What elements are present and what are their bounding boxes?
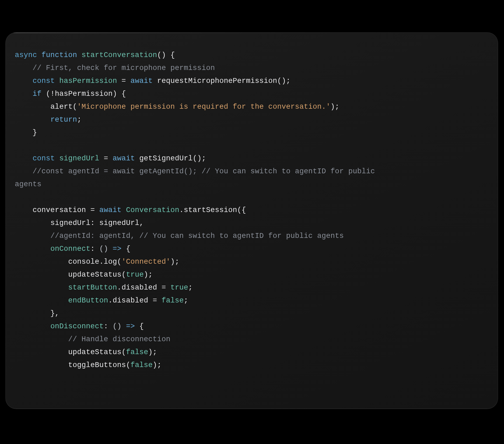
code-token: 'Microphone permission is required for t… xyxy=(77,103,330,111)
code-token: ( xyxy=(121,270,126,279)
code-token: ) { xyxy=(113,90,126,98)
code-token: startConversation xyxy=(82,51,157,59)
code-line: onConnect: () => { xyxy=(15,245,130,253)
code-line: return; xyxy=(15,115,82,124)
code-token: startButton xyxy=(68,283,117,292)
code-token: { xyxy=(135,322,144,330)
code-token: . xyxy=(117,283,122,292)
code-token: updateStatus xyxy=(68,348,121,356)
code-token: ( xyxy=(73,103,77,111)
code-token: : xyxy=(104,322,113,330)
code-token: ); xyxy=(144,270,153,279)
code-block: async function startConversation() { // … xyxy=(15,49,489,372)
code-token: return xyxy=(50,115,77,124)
code-token: . xyxy=(99,258,104,266)
code-token: : xyxy=(90,219,99,227)
code-line: }, xyxy=(15,309,59,318)
code-token: // First, check for microphone permissio… xyxy=(33,64,215,72)
code-token: Conversation xyxy=(126,206,179,214)
code-token: ; xyxy=(184,296,188,305)
code-line: // First, check for microphone permissio… xyxy=(15,64,215,72)
code-token: () xyxy=(157,51,166,59)
code-token: false xyxy=(126,348,148,356)
code-token: (! xyxy=(46,90,55,98)
code-token: ); xyxy=(148,348,157,356)
code-token: await xyxy=(99,206,126,214)
code-token: signedUrl xyxy=(59,154,99,163)
code-token: : xyxy=(90,245,99,253)
code-line: // Handle disconnection xyxy=(15,335,170,343)
code-token: = xyxy=(86,206,99,214)
code-token: }, xyxy=(50,309,59,318)
code-line: const signedUrl = await getSignedUrl(); xyxy=(15,154,206,163)
code-token: if xyxy=(33,90,46,98)
code-token: signedUrl xyxy=(99,219,139,227)
code-token: ); xyxy=(153,361,162,369)
code-token: true xyxy=(170,283,188,292)
code-line: onDisconnect: () => { xyxy=(15,322,144,330)
code-token: // Handle disconnection xyxy=(68,335,170,343)
code-token: { xyxy=(166,51,175,59)
code-token: conversation xyxy=(33,206,86,214)
code-token: ({ xyxy=(237,206,246,214)
code-token: => xyxy=(126,322,135,330)
code-token: console xyxy=(68,258,99,266)
code-token: . xyxy=(179,206,184,214)
code-line: if (!hasPermission) { xyxy=(15,90,126,98)
code-token xyxy=(121,322,126,330)
code-token: hasPermission xyxy=(59,77,117,85)
code-token: log xyxy=(104,258,117,266)
code-line: } xyxy=(15,128,37,137)
code-token: alert xyxy=(50,103,73,111)
code-line: endButton.disabled = false; xyxy=(15,296,188,305)
code-token: { xyxy=(121,245,130,253)
code-token: toggleButtons xyxy=(68,361,126,369)
code-token: 'Connected' xyxy=(121,258,170,266)
code-token: //const agentId = await getAgentId(); //… xyxy=(33,167,379,175)
code-token: ; xyxy=(77,115,82,124)
code-line: agents xyxy=(15,180,41,188)
code-token: = xyxy=(99,154,113,163)
code-token: false xyxy=(130,361,153,369)
code-token: await xyxy=(130,77,157,85)
code-line: updateStatus(false); xyxy=(15,348,157,356)
code-line: conversation = await Conversation.startS… xyxy=(15,206,246,214)
code-token: const xyxy=(33,77,59,85)
code-token: . xyxy=(108,296,113,305)
code-token: getSignedUrl xyxy=(139,154,192,163)
code-token: ( xyxy=(121,348,126,356)
code-token: (); xyxy=(277,77,290,85)
code-token: //agentId: agentId, // You can switch to… xyxy=(50,232,344,240)
code-token: => xyxy=(113,245,121,253)
code-token: endButton xyxy=(68,296,108,305)
code-token: function xyxy=(41,51,82,59)
code-token: startSession xyxy=(184,206,237,214)
code-line: startButton.disabled = true; xyxy=(15,283,193,292)
code-token: ( xyxy=(117,258,122,266)
code-token: = xyxy=(117,77,131,85)
code-line: const hasPermission = await requestMicro… xyxy=(15,77,290,85)
code-line: console.log('Connected'); xyxy=(15,258,179,266)
code-token: } xyxy=(33,128,37,137)
code-token: disabled xyxy=(113,296,148,305)
code-token: hasPermission xyxy=(55,90,113,98)
code-token: ); xyxy=(331,103,340,111)
code-token: onDisconnect xyxy=(50,322,104,330)
code-token: , xyxy=(139,219,144,227)
code-token: await xyxy=(113,154,139,163)
code-token: async xyxy=(15,51,41,59)
code-token: = xyxy=(148,296,162,305)
code-token: const xyxy=(33,154,59,163)
code-token: ; xyxy=(188,283,193,292)
code-token: signedUrl xyxy=(50,219,90,227)
code-token: onConnect xyxy=(50,245,90,253)
code-line: //const agentId = await getAgentId(); //… xyxy=(15,167,379,175)
code-token: ); xyxy=(170,258,179,266)
code-token: agents xyxy=(15,180,41,188)
code-token: ( xyxy=(126,361,131,369)
code-token: () xyxy=(113,322,121,330)
code-line: signedUrl: signedUrl, xyxy=(15,219,144,227)
code-token: = xyxy=(157,283,171,292)
code-panel: async function startConversation() { // … xyxy=(5,32,498,409)
code-token: () xyxy=(99,245,108,253)
